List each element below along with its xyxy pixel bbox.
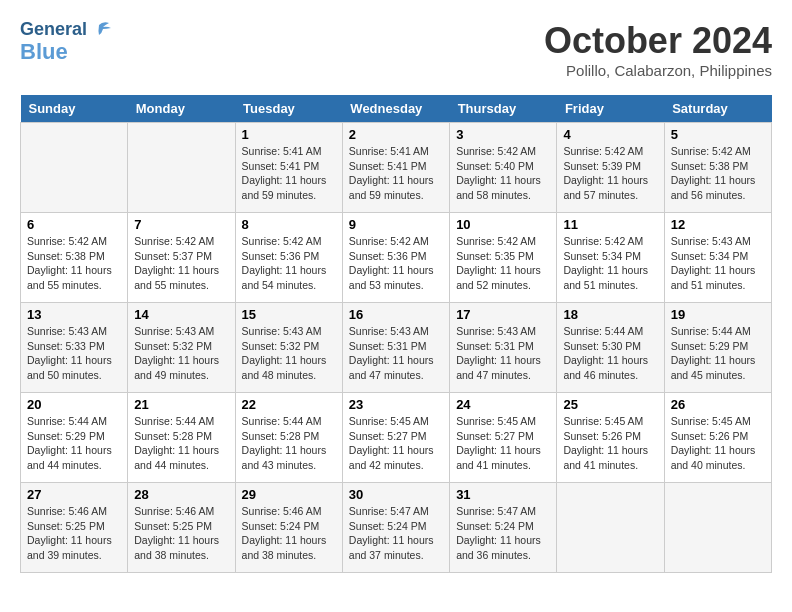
calendar-cell: 13Sunrise: 5:43 AM Sunset: 5:33 PM Dayli…	[21, 303, 128, 393]
weekday-header-tuesday: Tuesday	[235, 95, 342, 123]
day-info: Sunrise: 5:45 AM Sunset: 5:26 PM Dayligh…	[671, 414, 765, 473]
day-number: 9	[349, 217, 443, 232]
day-number: 25	[563, 397, 657, 412]
day-info: Sunrise: 5:42 AM Sunset: 5:37 PM Dayligh…	[134, 234, 228, 293]
weekday-header-row: SundayMondayTuesdayWednesdayThursdayFrid…	[21, 95, 772, 123]
day-info: Sunrise: 5:43 AM Sunset: 5:34 PM Dayligh…	[671, 234, 765, 293]
logo-blue: Blue	[20, 40, 68, 64]
calendar-cell: 31Sunrise: 5:47 AM Sunset: 5:24 PM Dayli…	[450, 483, 557, 573]
page-header: General Blue October 2024 Polillo, Calab…	[20, 20, 772, 79]
day-number: 31	[456, 487, 550, 502]
calendar-cell: 28Sunrise: 5:46 AM Sunset: 5:25 PM Dayli…	[128, 483, 235, 573]
title-block: October 2024 Polillo, Calabarzon, Philip…	[544, 20, 772, 79]
calendar-cell: 10Sunrise: 5:42 AM Sunset: 5:35 PM Dayli…	[450, 213, 557, 303]
weekday-header-wednesday: Wednesday	[342, 95, 449, 123]
day-number: 16	[349, 307, 443, 322]
day-info: Sunrise: 5:42 AM Sunset: 5:38 PM Dayligh…	[671, 144, 765, 203]
day-number: 11	[563, 217, 657, 232]
location: Polillo, Calabarzon, Philippines	[544, 62, 772, 79]
calendar-cell: 16Sunrise: 5:43 AM Sunset: 5:31 PM Dayli…	[342, 303, 449, 393]
day-number: 27	[27, 487, 121, 502]
day-info: Sunrise: 5:44 AM Sunset: 5:29 PM Dayligh…	[27, 414, 121, 473]
day-info: Sunrise: 5:45 AM Sunset: 5:27 PM Dayligh…	[349, 414, 443, 473]
day-info: Sunrise: 5:42 AM Sunset: 5:35 PM Dayligh…	[456, 234, 550, 293]
calendar-cell: 18Sunrise: 5:44 AM Sunset: 5:30 PM Dayli…	[557, 303, 664, 393]
day-info: Sunrise: 5:47 AM Sunset: 5:24 PM Dayligh…	[349, 504, 443, 563]
calendar-cell: 11Sunrise: 5:42 AM Sunset: 5:34 PM Dayli…	[557, 213, 664, 303]
calendar-cell: 14Sunrise: 5:43 AM Sunset: 5:32 PM Dayli…	[128, 303, 235, 393]
weekday-header-sunday: Sunday	[21, 95, 128, 123]
calendar-cell: 17Sunrise: 5:43 AM Sunset: 5:31 PM Dayli…	[450, 303, 557, 393]
day-info: Sunrise: 5:44 AM Sunset: 5:28 PM Dayligh…	[242, 414, 336, 473]
calendar-week-row: 13Sunrise: 5:43 AM Sunset: 5:33 PM Dayli…	[21, 303, 772, 393]
day-number: 24	[456, 397, 550, 412]
day-number: 2	[349, 127, 443, 142]
day-info: Sunrise: 5:43 AM Sunset: 5:32 PM Dayligh…	[134, 324, 228, 383]
calendar-cell: 1Sunrise: 5:41 AM Sunset: 5:41 PM Daylig…	[235, 123, 342, 213]
day-info: Sunrise: 5:42 AM Sunset: 5:36 PM Dayligh…	[242, 234, 336, 293]
day-number: 4	[563, 127, 657, 142]
calendar-cell: 22Sunrise: 5:44 AM Sunset: 5:28 PM Dayli…	[235, 393, 342, 483]
day-number: 19	[671, 307, 765, 322]
day-info: Sunrise: 5:45 AM Sunset: 5:27 PM Dayligh…	[456, 414, 550, 473]
day-info: Sunrise: 5:46 AM Sunset: 5:25 PM Dayligh…	[134, 504, 228, 563]
calendar-cell: 4Sunrise: 5:42 AM Sunset: 5:39 PM Daylig…	[557, 123, 664, 213]
day-number: 13	[27, 307, 121, 322]
calendar-week-row: 1Sunrise: 5:41 AM Sunset: 5:41 PM Daylig…	[21, 123, 772, 213]
calendar-week-row: 27Sunrise: 5:46 AM Sunset: 5:25 PM Dayli…	[21, 483, 772, 573]
logo-general: General	[20, 20, 87, 40]
weekday-header-thursday: Thursday	[450, 95, 557, 123]
day-number: 30	[349, 487, 443, 502]
calendar-cell	[128, 123, 235, 213]
day-number: 10	[456, 217, 550, 232]
day-info: Sunrise: 5:41 AM Sunset: 5:41 PM Dayligh…	[349, 144, 443, 203]
weekday-header-saturday: Saturday	[664, 95, 771, 123]
day-info: Sunrise: 5:43 AM Sunset: 5:32 PM Dayligh…	[242, 324, 336, 383]
calendar-cell: 30Sunrise: 5:47 AM Sunset: 5:24 PM Dayli…	[342, 483, 449, 573]
day-number: 7	[134, 217, 228, 232]
day-number: 8	[242, 217, 336, 232]
day-info: Sunrise: 5:46 AM Sunset: 5:24 PM Dayligh…	[242, 504, 336, 563]
day-number: 29	[242, 487, 336, 502]
calendar-cell: 8Sunrise: 5:42 AM Sunset: 5:36 PM Daylig…	[235, 213, 342, 303]
day-number: 5	[671, 127, 765, 142]
calendar-cell: 9Sunrise: 5:42 AM Sunset: 5:36 PM Daylig…	[342, 213, 449, 303]
calendar-cell: 19Sunrise: 5:44 AM Sunset: 5:29 PM Dayli…	[664, 303, 771, 393]
day-number: 6	[27, 217, 121, 232]
calendar-cell	[21, 123, 128, 213]
calendar-cell	[557, 483, 664, 573]
day-number: 18	[563, 307, 657, 322]
day-number: 14	[134, 307, 228, 322]
day-number: 23	[349, 397, 443, 412]
day-info: Sunrise: 5:44 AM Sunset: 5:30 PM Dayligh…	[563, 324, 657, 383]
calendar-cell: 21Sunrise: 5:44 AM Sunset: 5:28 PM Dayli…	[128, 393, 235, 483]
calendar-cell: 24Sunrise: 5:45 AM Sunset: 5:27 PM Dayli…	[450, 393, 557, 483]
day-number: 3	[456, 127, 550, 142]
calendar-cell: 2Sunrise: 5:41 AM Sunset: 5:41 PM Daylig…	[342, 123, 449, 213]
day-info: Sunrise: 5:45 AM Sunset: 5:26 PM Dayligh…	[563, 414, 657, 473]
logo-bird-icon	[89, 21, 111, 39]
calendar-cell: 12Sunrise: 5:43 AM Sunset: 5:34 PM Dayli…	[664, 213, 771, 303]
month-title: October 2024	[544, 20, 772, 62]
day-number: 15	[242, 307, 336, 322]
calendar-cell: 25Sunrise: 5:45 AM Sunset: 5:26 PM Dayli…	[557, 393, 664, 483]
day-info: Sunrise: 5:42 AM Sunset: 5:34 PM Dayligh…	[563, 234, 657, 293]
calendar-week-row: 20Sunrise: 5:44 AM Sunset: 5:29 PM Dayli…	[21, 393, 772, 483]
day-info: Sunrise: 5:44 AM Sunset: 5:29 PM Dayligh…	[671, 324, 765, 383]
calendar-cell: 5Sunrise: 5:42 AM Sunset: 5:38 PM Daylig…	[664, 123, 771, 213]
day-number: 28	[134, 487, 228, 502]
calendar-week-row: 6Sunrise: 5:42 AM Sunset: 5:38 PM Daylig…	[21, 213, 772, 303]
day-info: Sunrise: 5:43 AM Sunset: 5:31 PM Dayligh…	[349, 324, 443, 383]
weekday-header-monday: Monday	[128, 95, 235, 123]
day-info: Sunrise: 5:41 AM Sunset: 5:41 PM Dayligh…	[242, 144, 336, 203]
day-number: 22	[242, 397, 336, 412]
calendar-cell: 3Sunrise: 5:42 AM Sunset: 5:40 PM Daylig…	[450, 123, 557, 213]
day-info: Sunrise: 5:46 AM Sunset: 5:25 PM Dayligh…	[27, 504, 121, 563]
day-info: Sunrise: 5:42 AM Sunset: 5:38 PM Dayligh…	[27, 234, 121, 293]
weekday-header-friday: Friday	[557, 95, 664, 123]
calendar-cell: 15Sunrise: 5:43 AM Sunset: 5:32 PM Dayli…	[235, 303, 342, 393]
day-info: Sunrise: 5:43 AM Sunset: 5:33 PM Dayligh…	[27, 324, 121, 383]
calendar-cell: 29Sunrise: 5:46 AM Sunset: 5:24 PM Dayli…	[235, 483, 342, 573]
calendar-table: SundayMondayTuesdayWednesdayThursdayFrid…	[20, 95, 772, 573]
calendar-cell: 27Sunrise: 5:46 AM Sunset: 5:25 PM Dayli…	[21, 483, 128, 573]
